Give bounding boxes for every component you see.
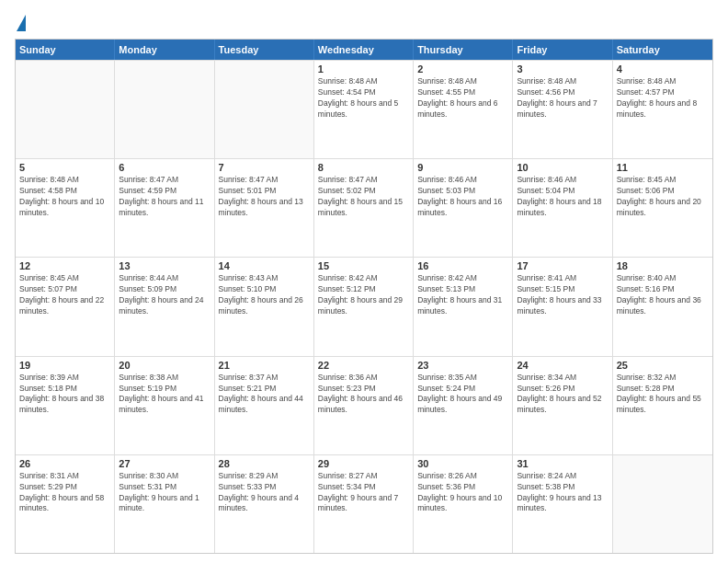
day-number: 6 xyxy=(119,162,210,173)
day-info: Sunrise: 8:26 AM Sunset: 5:36 PM Dayligh… xyxy=(417,471,508,515)
day-info: Sunrise: 8:48 AM Sunset: 4:54 PM Dayligh… xyxy=(318,76,409,121)
day-cell-14: 14Sunrise: 8:43 AM Sunset: 5:10 PM Dayli… xyxy=(215,258,314,355)
day-info: Sunrise: 8:48 AM Sunset: 4:55 PM Dayligh… xyxy=(417,76,508,121)
day-info: Sunrise: 8:31 AM Sunset: 5:29 PM Dayligh… xyxy=(19,471,110,515)
empty-cell xyxy=(215,61,314,158)
day-cell-4: 4Sunrise: 8:48 AM Sunset: 4:57 PM Daylig… xyxy=(613,61,712,158)
day-number: 5 xyxy=(19,162,110,173)
calendar-row-4: 26Sunrise: 8:31 AM Sunset: 5:29 PM Dayli… xyxy=(16,454,712,553)
day-info: Sunrise: 8:46 AM Sunset: 5:03 PM Dayligh… xyxy=(417,175,508,219)
day-number: 29 xyxy=(318,458,409,469)
day-header-friday: Friday xyxy=(513,40,612,60)
calendar: SundayMondayTuesdayWednesdayThursdayFrid… xyxy=(15,39,713,554)
day-cell-6: 6Sunrise: 8:47 AM Sunset: 4:59 PM Daylig… xyxy=(115,159,214,257)
calendar-row-0: 1Sunrise: 8:48 AM Sunset: 4:54 PM Daylig… xyxy=(16,60,712,158)
day-info: Sunrise: 8:30 AM Sunset: 5:31 PM Dayligh… xyxy=(119,471,210,515)
day-header-monday: Monday xyxy=(115,40,214,60)
day-cell-2: 2Sunrise: 8:48 AM Sunset: 4:55 PM Daylig… xyxy=(414,61,513,158)
empty-cell xyxy=(115,61,214,158)
day-info: Sunrise: 8:34 AM Sunset: 5:26 PM Dayligh… xyxy=(517,373,608,417)
day-info: Sunrise: 8:29 AM Sunset: 5:33 PM Dayligh… xyxy=(219,471,310,515)
day-info: Sunrise: 8:48 AM Sunset: 4:58 PM Dayligh… xyxy=(19,175,110,219)
day-number: 17 xyxy=(517,260,608,271)
day-cell-3: 3Sunrise: 8:48 AM Sunset: 4:56 PM Daylig… xyxy=(513,61,612,158)
calendar-body: 1Sunrise: 8:48 AM Sunset: 4:54 PM Daylig… xyxy=(16,60,712,553)
day-cell-9: 9Sunrise: 8:46 AM Sunset: 5:03 PM Daylig… xyxy=(414,159,513,257)
day-cell-27: 27Sunrise: 8:30 AM Sunset: 5:31 PM Dayli… xyxy=(115,455,214,553)
day-info: Sunrise: 8:24 AM Sunset: 5:38 PM Dayligh… xyxy=(517,471,608,515)
day-header-tuesday: Tuesday xyxy=(215,40,314,60)
day-info: Sunrise: 8:45 AM Sunset: 5:07 PM Dayligh… xyxy=(19,273,110,317)
day-number: 2 xyxy=(417,63,508,75)
day-number: 10 xyxy=(517,162,608,173)
day-cell-8: 8Sunrise: 8:47 AM Sunset: 5:02 PM Daylig… xyxy=(314,159,414,257)
day-number: 23 xyxy=(417,360,508,371)
day-info: Sunrise: 8:38 AM Sunset: 5:19 PM Dayligh… xyxy=(119,373,210,417)
day-cell-26: 26Sunrise: 8:31 AM Sunset: 5:29 PM Dayli… xyxy=(16,455,115,553)
day-info: Sunrise: 8:41 AM Sunset: 5:15 PM Dayligh… xyxy=(517,273,608,317)
day-cell-5: 5Sunrise: 8:48 AM Sunset: 4:58 PM Daylig… xyxy=(16,159,115,257)
day-cell-21: 21Sunrise: 8:37 AM Sunset: 5:21 PM Dayli… xyxy=(215,357,314,454)
logo xyxy=(15,15,26,31)
day-number: 1 xyxy=(318,63,409,75)
day-header-wednesday: Wednesday xyxy=(314,40,414,60)
day-number: 4 xyxy=(617,63,709,75)
day-header-sunday: Sunday xyxy=(16,40,115,60)
day-info: Sunrise: 8:27 AM Sunset: 5:34 PM Dayligh… xyxy=(318,471,409,515)
day-number: 22 xyxy=(318,360,409,371)
day-cell-10: 10Sunrise: 8:46 AM Sunset: 5:04 PM Dayli… xyxy=(513,159,612,257)
day-info: Sunrise: 8:36 AM Sunset: 5:23 PM Dayligh… xyxy=(318,373,409,417)
day-cell-29: 29Sunrise: 8:27 AM Sunset: 5:34 PM Dayli… xyxy=(314,455,414,553)
day-cell-25: 25Sunrise: 8:32 AM Sunset: 5:28 PM Dayli… xyxy=(613,357,712,454)
calendar-header: SundayMondayTuesdayWednesdayThursdayFrid… xyxy=(16,40,712,60)
day-info: Sunrise: 8:35 AM Sunset: 5:24 PM Dayligh… xyxy=(417,373,508,417)
day-info: Sunrise: 8:48 AM Sunset: 4:57 PM Dayligh… xyxy=(617,76,709,121)
day-info: Sunrise: 8:46 AM Sunset: 5:04 PM Dayligh… xyxy=(517,175,608,219)
day-info: Sunrise: 8:47 AM Sunset: 5:02 PM Dayligh… xyxy=(318,175,409,219)
day-cell-18: 18Sunrise: 8:40 AM Sunset: 5:16 PM Dayli… xyxy=(613,258,712,355)
day-number: 30 xyxy=(417,458,508,469)
day-number: 12 xyxy=(19,260,110,271)
day-info: Sunrise: 8:32 AM Sunset: 5:28 PM Dayligh… xyxy=(617,373,709,417)
day-cell-16: 16Sunrise: 8:42 AM Sunset: 5:13 PM Dayli… xyxy=(414,258,513,355)
day-cell-15: 15Sunrise: 8:42 AM Sunset: 5:12 PM Dayli… xyxy=(314,258,414,355)
day-number: 26 xyxy=(19,458,110,469)
day-number: 3 xyxy=(517,63,608,75)
day-number: 16 xyxy=(417,260,508,271)
day-number: 21 xyxy=(219,360,310,371)
day-info: Sunrise: 8:42 AM Sunset: 5:12 PM Dayligh… xyxy=(318,273,409,317)
day-number: 13 xyxy=(119,260,210,271)
calendar-row-1: 5Sunrise: 8:48 AM Sunset: 4:58 PM Daylig… xyxy=(16,158,712,257)
day-cell-13: 13Sunrise: 8:44 AM Sunset: 5:09 PM Dayli… xyxy=(115,258,214,355)
day-cell-28: 28Sunrise: 8:29 AM Sunset: 5:33 PM Dayli… xyxy=(215,455,314,553)
logo-triangle-icon xyxy=(17,15,26,31)
day-info: Sunrise: 8:40 AM Sunset: 5:16 PM Dayligh… xyxy=(617,273,709,317)
day-header-saturday: Saturday xyxy=(613,40,712,60)
day-number: 8 xyxy=(318,162,409,173)
calendar-row-3: 19Sunrise: 8:39 AM Sunset: 5:18 PM Dayli… xyxy=(16,356,712,454)
day-cell-20: 20Sunrise: 8:38 AM Sunset: 5:19 PM Dayli… xyxy=(115,357,214,454)
day-info: Sunrise: 8:44 AM Sunset: 5:09 PM Dayligh… xyxy=(119,273,210,317)
day-cell-17: 17Sunrise: 8:41 AM Sunset: 5:15 PM Dayli… xyxy=(513,258,612,355)
day-info: Sunrise: 8:45 AM Sunset: 5:06 PM Dayligh… xyxy=(617,175,709,219)
day-header-thursday: Thursday xyxy=(414,40,513,60)
day-info: Sunrise: 8:47 AM Sunset: 4:59 PM Dayligh… xyxy=(119,175,210,219)
day-info: Sunrise: 8:37 AM Sunset: 5:21 PM Dayligh… xyxy=(219,373,310,417)
main-container: SundayMondayTuesdayWednesdayThursdayFrid… xyxy=(0,0,728,563)
day-number: 14 xyxy=(219,260,310,271)
header xyxy=(15,15,713,31)
day-number: 11 xyxy=(617,162,709,173)
day-number: 7 xyxy=(219,162,310,173)
day-number: 20 xyxy=(119,360,210,371)
day-cell-12: 12Sunrise: 8:45 AM Sunset: 5:07 PM Dayli… xyxy=(16,258,115,355)
day-cell-19: 19Sunrise: 8:39 AM Sunset: 5:18 PM Dayli… xyxy=(16,357,115,454)
day-info: Sunrise: 8:39 AM Sunset: 5:18 PM Dayligh… xyxy=(19,373,110,417)
day-number: 18 xyxy=(617,260,709,271)
day-cell-22: 22Sunrise: 8:36 AM Sunset: 5:23 PM Dayli… xyxy=(314,357,414,454)
day-number: 31 xyxy=(517,458,608,469)
empty-cell xyxy=(16,61,115,158)
day-number: 15 xyxy=(318,260,409,271)
day-info: Sunrise: 8:43 AM Sunset: 5:10 PM Dayligh… xyxy=(219,273,310,317)
day-number: 9 xyxy=(417,162,508,173)
day-cell-1: 1Sunrise: 8:48 AM Sunset: 4:54 PM Daylig… xyxy=(314,61,414,158)
